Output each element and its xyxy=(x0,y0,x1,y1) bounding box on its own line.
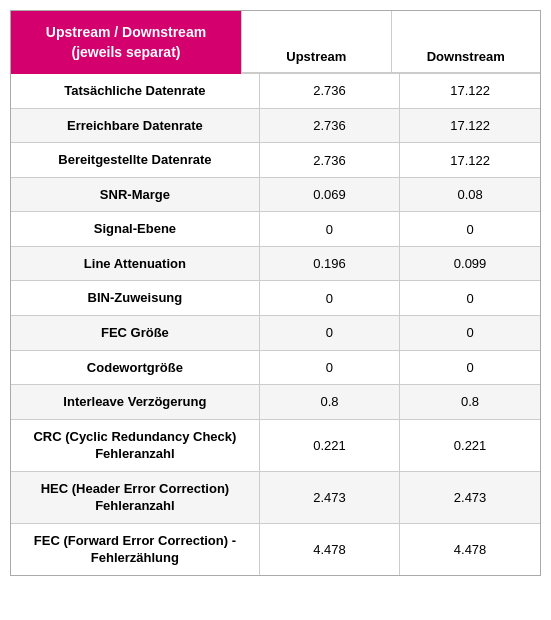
upstream-value: 0.196 xyxy=(259,246,399,281)
upstream-value: 2.736 xyxy=(259,74,399,108)
downstream-value: 4.478 xyxy=(400,523,540,575)
downstream-value: 17.122 xyxy=(400,108,540,143)
row-label: CRC (Cyclic Redundancy Check) Fehleranza… xyxy=(11,419,259,471)
data-rows-table: Tatsächliche Datenrate2.73617.122Erreich… xyxy=(11,74,540,575)
downstream-value: 0 xyxy=(400,212,540,247)
table-row: Codewortgröße00 xyxy=(11,350,540,385)
row-label: Codewortgröße xyxy=(11,350,259,385)
row-label: FEC Größe xyxy=(11,316,259,351)
row-label: Erreichbare Datenrate xyxy=(11,108,259,143)
downstream-value: 0 xyxy=(400,350,540,385)
upstream-value: 2.736 xyxy=(259,108,399,143)
row-label: FEC (Forward Error Correction) -Fehlerzä… xyxy=(11,523,259,575)
upstream-header: Upstream xyxy=(242,11,392,72)
upstream-value: 0.221 xyxy=(259,419,399,471)
table-row: CRC (Cyclic Redundancy Check) Fehleranza… xyxy=(11,419,540,471)
table-row: SNR-Marge0.0690.08 xyxy=(11,177,540,212)
row-label: Tatsächliche Datenrate xyxy=(11,74,259,108)
table-row: Tatsächliche Datenrate2.73617.122 xyxy=(11,74,540,108)
row-label: BIN-Zuweisung xyxy=(11,281,259,316)
downstream-value: 17.122 xyxy=(400,143,540,178)
main-container: Upstream / Downstream (jeweils separat) … xyxy=(0,0,551,586)
table-row: HEC (Header Error Correction) Fehleranza… xyxy=(11,471,540,523)
row-label: SNR-Marge xyxy=(11,177,259,212)
upstream-value: 2.473 xyxy=(259,471,399,523)
table-row: FEC (Forward Error Correction) -Fehlerzä… xyxy=(11,523,540,575)
upstream-value: 4.478 xyxy=(259,523,399,575)
table-row: Line Attenuation0.1960.099 xyxy=(11,246,540,281)
table-row: Interleave Verzögerung0.80.8 xyxy=(11,385,540,420)
table-row: Signal-Ebene00 xyxy=(11,212,540,247)
downstream-value: 2.473 xyxy=(400,471,540,523)
row-label: Signal-Ebene xyxy=(11,212,259,247)
data-table: Upstream / Downstream (jeweils separat) … xyxy=(10,10,541,576)
row-label: HEC (Header Error Correction) Fehleranza… xyxy=(11,471,259,523)
upstream-value: 0 xyxy=(259,350,399,385)
upstream-value: 0.069 xyxy=(259,177,399,212)
upstream-value: 0 xyxy=(259,281,399,316)
column-headers: Upstream Downstream xyxy=(241,11,540,74)
downstream-value: 0.8 xyxy=(400,385,540,420)
upstream-value: 0 xyxy=(259,212,399,247)
downstream-value: 0 xyxy=(400,281,540,316)
row-label: Interleave Verzögerung xyxy=(11,385,259,420)
upstream-value: 2.736 xyxy=(259,143,399,178)
row-label: Bereitgestellte Datenrate xyxy=(11,143,259,178)
downstream-value: 0.08 xyxy=(400,177,540,212)
upstream-value: 0.8 xyxy=(259,385,399,420)
table-row: Bereitgestellte Datenrate2.73617.122 xyxy=(11,143,540,178)
downstream-value: 0 xyxy=(400,316,540,351)
downstream-value: 17.122 xyxy=(400,74,540,108)
downstream-header: Downstream xyxy=(392,11,541,72)
downstream-value: 0.221 xyxy=(400,419,540,471)
downstream-value: 0.099 xyxy=(400,246,540,281)
table-row: BIN-Zuweisung00 xyxy=(11,281,540,316)
table-row: Erreichbare Datenrate2.73617.122 xyxy=(11,108,540,143)
table-title: Upstream / Downstream (jeweils separat) xyxy=(11,11,241,74)
table-header: Upstream / Downstream (jeweils separat) … xyxy=(11,11,540,74)
table-row: FEC Größe00 xyxy=(11,316,540,351)
upstream-value: 0 xyxy=(259,316,399,351)
row-label: Line Attenuation xyxy=(11,246,259,281)
